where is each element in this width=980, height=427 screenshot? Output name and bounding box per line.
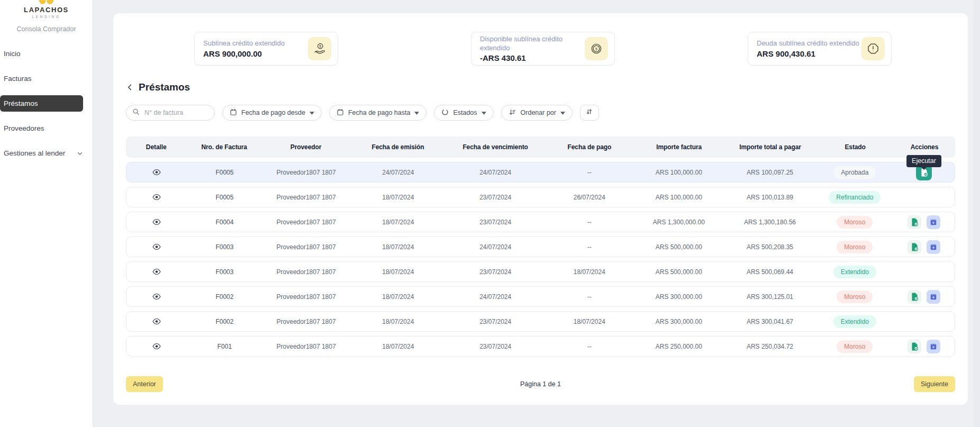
calendar-plus-button[interactable]	[927, 240, 940, 254]
previous-page-button[interactable]: Anterior	[126, 376, 163, 392]
filter-fecha-hasta[interactable]: Fecha de pago hasta	[329, 105, 427, 121]
ejecutar-button[interactable]	[908, 215, 921, 229]
calendar-icon	[337, 108, 344, 117]
detail-cell	[126, 312, 187, 331]
table-header: DetalleNro. de FacturaProveedorFecha de …	[126, 137, 955, 158]
loans-table: DetalleNro. de FacturaProveedorFecha de …	[126, 137, 955, 357]
table-body: F0005Proveedor1807 180724/07/202424/07/2…	[126, 162, 955, 357]
status-cell: Moroso	[816, 212, 894, 232]
actions-cell: Ejecutar	[893, 162, 955, 182]
status-badge: Refinanciado	[829, 191, 881, 204]
loan-row: F0004Proveedor1807 180718/07/202423/07/2…	[126, 212, 955, 232]
status-cell: Moroso	[816, 237, 894, 257]
payment-date-cell: 18/07/2024	[545, 262, 634, 281]
ejecutar-tooltip: Ejecutar	[906, 155, 941, 167]
card-deuda-sublinea: Deuda sublínea crédito extendido ARS 900…	[748, 32, 892, 66]
payment-date-cell: 18/07/2024	[545, 312, 634, 331]
page-info: Página 1 de 1	[520, 380, 561, 388]
alert-octagon-icon	[861, 37, 885, 60]
issue-date-cell: 18/07/2024	[350, 337, 447, 356]
total-amount-cell: ARS 500,069.44	[723, 262, 816, 281]
invoice-number-cell: F0003	[187, 262, 262, 281]
ejecutar-button[interactable]	[908, 340, 921, 353]
lapachos-logo-icon	[0, 0, 93, 5]
main-area: Sublínea crédito extendido ARS 900,000.0…	[93, 0, 980, 427]
search-input[interactable]	[143, 108, 208, 117]
provider-cell: Proveedor1807 1807	[262, 312, 350, 331]
status-cell: Extendido	[816, 312, 894, 331]
logo-subtitle: LENDING	[0, 15, 93, 19]
due-date-cell: 23/07/2024	[446, 312, 545, 331]
total-amount-cell: ARS 500,208.35	[723, 237, 816, 257]
sidebar-item-proveedores[interactable]: Proveedores	[0, 120, 93, 137]
ejecutar-button[interactable]	[908, 290, 921, 304]
calendar-icon	[230, 108, 237, 117]
filter-estados[interactable]: Estados	[434, 105, 493, 121]
sidebar-item-gestiones[interactable]: Gestiones al lender	[0, 145, 93, 161]
eye-detail-button[interactable]	[152, 318, 161, 325]
next-page-button[interactable]: Siguiente	[914, 376, 955, 392]
filter-ordenar-por[interactable]: Ordenar por	[501, 105, 573, 121]
sort-direction-button[interactable]	[580, 105, 599, 121]
actions-cell	[893, 187, 955, 207]
payment-date-cell: --	[545, 212, 634, 232]
sidebar-item-inicio[interactable]: Inicio	[0, 46, 93, 62]
eye-detail-button[interactable]	[152, 219, 161, 225]
card-text: Deuda sublínea crédito extendido ARS 900…	[757, 39, 859, 58]
eye-detail-button[interactable]	[152, 268, 161, 275]
ejecutar-button[interactable]	[908, 240, 921, 254]
calendar-plus-button[interactable]	[927, 215, 940, 229]
total-amount-cell: ARS 100,097.25	[723, 162, 816, 182]
column-header: Importe total a pagar	[724, 143, 817, 151]
due-date-cell: 23/07/2024	[446, 187, 545, 207]
sidebar-item-facturas[interactable]: Facturas	[0, 70, 93, 87]
actions-cell	[893, 262, 955, 281]
provider-cell: Proveedor1807 1807	[262, 187, 350, 207]
sidebar-item-label: Facturas	[4, 75, 32, 83]
card-disponible-sublinea: Disponible sublínea crédito extendido -A…	[471, 32, 615, 66]
invoice-number-cell: F0003	[187, 237, 262, 257]
column-header: Nro. de Factura	[186, 143, 262, 151]
column-header: Acciones	[894, 143, 955, 151]
provider-cell: Proveedor1807 1807	[262, 212, 350, 232]
vertical-scrollbar[interactable]	[973, 0, 980, 427]
detail-cell	[126, 337, 187, 356]
eye-detail-button[interactable]	[152, 194, 161, 201]
card-label: Deuda sublínea crédito extendido	[757, 39, 859, 48]
eye-detail-button[interactable]	[152, 169, 161, 176]
issue-date-cell: 18/07/2024	[350, 187, 447, 207]
card-sublinea-credito: Sublínea crédito extendido ARS 900,000.0…	[194, 32, 338, 66]
actions-cell	[893, 312, 955, 331]
status-badge: Moroso	[837, 216, 873, 229]
calendar-plus-button[interactable]	[927, 340, 940, 353]
provider-cell: Proveedor1807 1807	[262, 237, 350, 257]
filter-fecha-desde[interactable]: Fecha de pago desde	[222, 105, 322, 121]
invoice-number-cell: F0005	[187, 187, 262, 207]
hand-holding-dollar-icon: $	[308, 37, 331, 60]
page-title: Préstamos	[139, 81, 190, 93]
eye-detail-button[interactable]	[152, 243, 161, 250]
invoice-amount-cell: ARS 100,000.00	[634, 187, 723, 207]
status-badge: Moroso	[837, 241, 873, 253]
calendar-plus-button[interactable]	[927, 290, 940, 304]
status-cell: Moroso	[816, 287, 894, 306]
payment-date-cell: --	[545, 162, 634, 182]
sidebar: LAPACHOS LENDING Consola Comprador Inici…	[0, 0, 93, 427]
status-badge: Aprobada	[833, 166, 876, 179]
status-ring-icon	[441, 108, 449, 117]
invoice-number-cell: F0005	[187, 162, 262, 182]
caret-down-icon	[414, 109, 419, 116]
content-panel: Sublínea crédito extendido ARS 900,000.0…	[113, 13, 968, 405]
invoice-number-cell: F0002	[187, 287, 262, 306]
column-header: Proveedor	[262, 143, 350, 151]
back-chevron-icon[interactable]	[126, 83, 134, 92]
eye-detail-button[interactable]	[152, 343, 161, 350]
due-date-cell: 24/07/2024	[446, 287, 545, 306]
detail-cell	[126, 187, 187, 207]
eye-detail-button[interactable]	[152, 293, 161, 300]
column-header: Fecha de vencimiento	[446, 143, 545, 151]
issue-date-cell: 18/07/2024	[350, 262, 447, 281]
row-actions: Ejecutar	[916, 162, 932, 182]
sidebar-item-prestamos[interactable]: Préstamos	[0, 95, 83, 112]
due-date-cell: 23/07/2024	[446, 337, 545, 356]
